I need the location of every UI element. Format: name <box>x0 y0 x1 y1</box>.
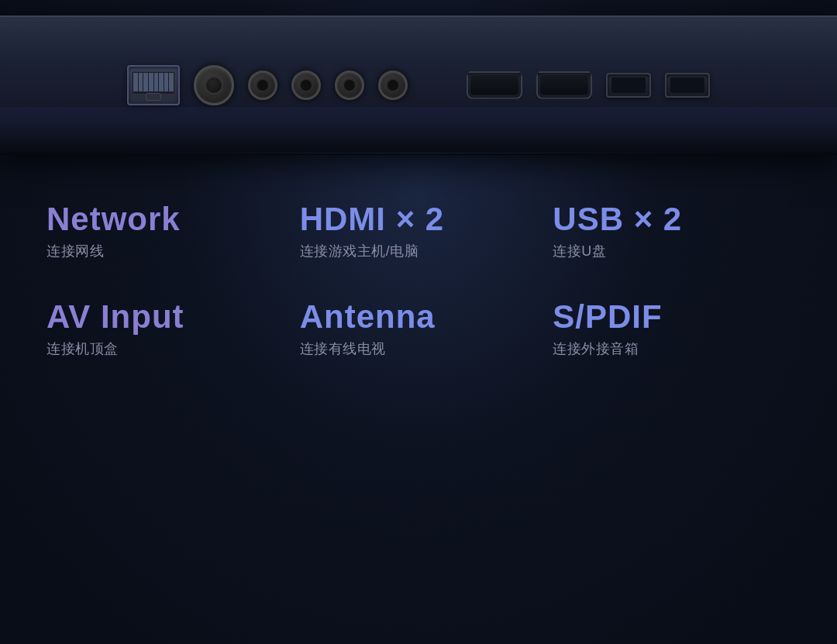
port-info-antenna: Antenna 连接有线电视 <box>300 299 538 358</box>
port-info-hdmi: HDMI × 2 连接游戏主机/电脑 <box>300 201 538 260</box>
port-info-usb: USB × 2 连接U盘 <box>553 201 790 260</box>
panel-section <box>0 0 837 170</box>
spdif-title: S/PDIF <box>553 299 662 335</box>
network-subtitle: 连接网线 <box>46 242 104 260</box>
hdmi-port-1 <box>467 71 522 99</box>
hdmi-title: HDMI × 2 <box>300 201 445 237</box>
spdif-subtitle: 连接外接音箱 <box>553 339 639 358</box>
usb-port-2 <box>665 73 710 98</box>
network-title: Network <box>46 201 181 237</box>
antenna-title: Antenna <box>300 299 436 335</box>
usb-subtitle: 连接U盘 <box>553 242 606 260</box>
port-info-av: AV Input 连接机顶盒 <box>46 299 284 358</box>
info-section: Network 连接网线 HDMI × 2 连接游戏主机/电脑 USB × 2 … <box>0 170 837 374</box>
port-info-network: Network 连接网线 <box>46 201 284 260</box>
port-info-spdif: S/PDIF 连接外接音箱 <box>553 299 790 358</box>
av-title: AV Input <box>46 299 184 335</box>
optical-port <box>378 71 408 100</box>
usb-port-1 <box>606 73 651 98</box>
av-subtitle: 连接机顶盒 <box>46 339 119 358</box>
av-port-2 <box>291 71 321 100</box>
ethernet-port <box>127 65 180 105</box>
divider <box>84 153 753 153</box>
panel-reflection <box>0 107 837 153</box>
ethernet-latch <box>146 93 161 101</box>
ethernet-grid <box>133 73 174 91</box>
coax-port <box>194 65 234 105</box>
antenna-subtitle: 连接有线电视 <box>300 339 386 358</box>
av-port-1 <box>248 71 277 100</box>
av-port-3 <box>335 71 364 100</box>
ports-row <box>81 65 756 105</box>
hdmi-port-2 <box>536 71 592 99</box>
usb-title: USB × 2 <box>553 201 682 237</box>
back-panel <box>0 15 837 155</box>
hdmi-subtitle: 连接游戏主机/电脑 <box>300 242 419 260</box>
